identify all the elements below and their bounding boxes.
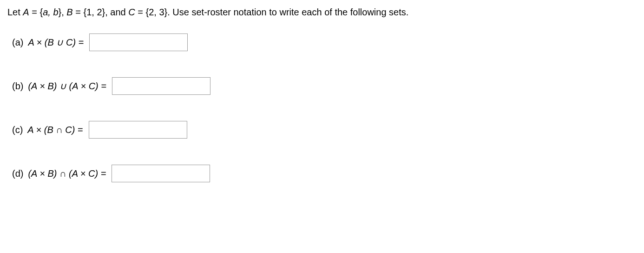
question-a-label: (a)	[12, 36, 23, 49]
intro-A: A	[23, 7, 29, 17]
intro-Ceq: = {2, 3}. Use set-roster notation to wri…	[135, 7, 409, 17]
question-d-label: (d)	[12, 167, 23, 180]
question-c-row: (c) A × (B ∩ C) =	[7, 121, 637, 139]
answer-input-d[interactable]	[112, 165, 210, 182]
intro-B: B	[66, 7, 72, 17]
intro-C: C	[128, 7, 135, 17]
question-b-label: (b)	[12, 80, 23, 93]
answer-input-a[interactable]	[89, 33, 188, 51]
question-c-label: (c)	[12, 123, 23, 136]
question-a-row: (a) A × (B ∪ C) =	[7, 33, 637, 51]
question-b-row: (b) (A × B) ∪ (A × C) =	[7, 77, 637, 95]
answer-input-b[interactable]	[112, 77, 210, 95]
problem-statement: Let A = {a, b}, B = {1, 2}, and C = {2, …	[7, 6, 637, 19]
intro-close1: },	[59, 7, 67, 17]
answer-input-c[interactable]	[89, 121, 187, 139]
intro-pre: Let	[7, 7, 23, 17]
intro-Aeq: = {	[29, 7, 43, 17]
question-a-expression: A × (B ∪ C) =	[28, 36, 84, 49]
intro-Aset: a, b	[43, 7, 58, 17]
question-b-expression: (A × B) ∪ (A × C) =	[28, 80, 106, 93]
question-c-expression: A × (B ∩ C) =	[27, 123, 83, 136]
intro-Beq: = {1, 2}, and	[73, 7, 129, 17]
question-d-expression: (A × B) ∩ (A × C) =	[28, 167, 106, 180]
question-d-row: (d) (A × B) ∩ (A × C) =	[7, 165, 637, 182]
